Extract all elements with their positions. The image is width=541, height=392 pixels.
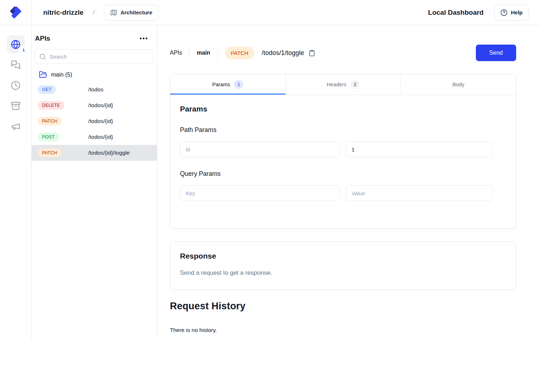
help-button[interactable]: Help bbox=[494, 5, 529, 20]
path-params-title: Path Params bbox=[180, 126, 506, 134]
query-param-key-input[interactable] bbox=[180, 185, 340, 201]
breadcrumb-api: main bbox=[197, 50, 210, 56]
method-badge: PATCH bbox=[38, 117, 62, 126]
request-tabs: Params 1 Headers 2 Body bbox=[170, 74, 516, 95]
top-header: nitric-drizzle / Architecture Local Dash… bbox=[0, 0, 541, 25]
map-icon bbox=[110, 9, 117, 16]
copy-path-button[interactable] bbox=[308, 49, 316, 58]
clock-icon bbox=[11, 81, 21, 90]
tab-body[interactable]: Body bbox=[401, 74, 516, 95]
breadcrumb-divider bbox=[189, 46, 190, 60]
dashboard-title: Local Dashboard bbox=[428, 9, 483, 17]
tab-label: Body bbox=[452, 82, 464, 87]
query-params-row bbox=[180, 185, 506, 201]
request-card: Params 1 Headers 2 Body Params Path Para… bbox=[170, 74, 516, 229]
request-history-title: Request History bbox=[170, 301, 516, 312]
help-label: Help bbox=[511, 9, 523, 15]
rail-item-megaphone[interactable] bbox=[7, 117, 25, 135]
response-card: Response Send a request to get a respons… bbox=[170, 241, 516, 290]
headers-count-badge: 2 bbox=[350, 80, 360, 89]
help-circle-icon bbox=[500, 9, 508, 16]
breadcrumb-separator: / bbox=[93, 9, 95, 16]
endpoint-row-patch-todos-id[interactable]: PATCH /todos/{id} bbox=[32, 113, 157, 129]
chat-icon bbox=[11, 60, 21, 70]
endpoint-path: /todos/{id} bbox=[88, 134, 157, 140]
nav-rail: 1 bbox=[0, 25, 32, 339]
breadcrumb-root: APIs bbox=[170, 50, 182, 56]
api-folder-main[interactable]: main (5) bbox=[32, 70, 157, 79]
endpoint-row-get-todos[interactable]: GET /todos bbox=[32, 82, 157, 97]
sidebar-menu-button[interactable] bbox=[138, 36, 149, 41]
search-input[interactable] bbox=[35, 49, 153, 64]
send-button[interactable]: Send bbox=[476, 45, 516, 61]
rail-item-clock[interactable] bbox=[7, 76, 25, 94]
clipboard-icon bbox=[308, 49, 315, 57]
endpoint-list: GET /todos DELETE /todos/{id} PATCH /tod… bbox=[32, 82, 157, 161]
tab-label: Params bbox=[212, 82, 230, 87]
sidebar-title: APIs bbox=[35, 35, 50, 42]
method-badge: DELETE bbox=[38, 101, 64, 110]
rail-item-chat[interactable] bbox=[7, 56, 25, 74]
tab-params[interactable]: Params 1 bbox=[170, 74, 285, 95]
method-badge: POST bbox=[38, 133, 59, 141]
rail-item-archive[interactable] bbox=[7, 97, 25, 115]
globe-icon bbox=[11, 40, 21, 49]
app-logo bbox=[0, 0, 32, 25]
apis-count-badge: 1 bbox=[19, 45, 28, 55]
request-bar: APIs main PATCH /todos/1/toggle Send bbox=[170, 45, 516, 61]
breadcrumb-divider bbox=[217, 46, 218, 60]
rail-item-globe[interactable]: 1 bbox=[7, 35, 25, 53]
request-method-badge: PATCH bbox=[225, 47, 254, 59]
response-title: Response bbox=[180, 252, 506, 260]
apis-sidebar: APIs main (5) bbox=[32, 25, 157, 339]
folder-label: main (5) bbox=[51, 72, 72, 78]
architecture-button[interactable]: Architecture bbox=[104, 5, 158, 20]
folder-open-icon bbox=[39, 70, 47, 79]
request-history-empty: There is no history. bbox=[170, 327, 516, 333]
method-badge: PATCH bbox=[38, 149, 62, 157]
tab-headers[interactable]: Headers 2 bbox=[285, 74, 401, 95]
endpoint-row-post-todos-id[interactable]: POST /todos/{id} bbox=[32, 129, 157, 145]
path-params-row bbox=[180, 141, 506, 157]
architecture-label: Architecture bbox=[121, 9, 152, 15]
query-params-title: Query Params bbox=[180, 170, 506, 178]
megaphone-icon bbox=[11, 122, 21, 131]
endpoint-path: /todos/{id} bbox=[88, 102, 157, 109]
params-title: Params bbox=[180, 105, 506, 113]
nitric-logo-icon bbox=[9, 5, 23, 20]
endpoint-path: /todos/{id}/toggle bbox=[88, 150, 157, 156]
request-path: /todos/1/toggle bbox=[262, 49, 304, 57]
path-param-key-input[interactable] bbox=[180, 141, 340, 157]
endpoint-path: /todos/{id} bbox=[88, 118, 157, 124]
params-count-badge: 1 bbox=[234, 80, 243, 89]
path-param-value-input[interactable] bbox=[346, 141, 493, 157]
endpoint-path: /todos bbox=[88, 86, 157, 93]
ellipsis-icon bbox=[140, 37, 148, 40]
query-param-value-input[interactable] bbox=[346, 185, 493, 201]
method-badge: GET bbox=[38, 85, 56, 94]
main-content: APIs main PATCH /todos/1/toggle Send bbox=[157, 25, 541, 339]
tab-label: Headers bbox=[327, 82, 347, 87]
endpoint-row-patch-todos-id-toggle[interactable]: PATCH /todos/{id}/toggle bbox=[32, 145, 157, 161]
endpoint-row-delete-todos-id[interactable]: DELETE /todos/{id} bbox=[32, 97, 157, 113]
project-name: nitric-drizzle bbox=[43, 9, 84, 17]
archive-icon bbox=[11, 101, 21, 111]
response-empty-message: Send a request to get a response. bbox=[180, 269, 506, 277]
